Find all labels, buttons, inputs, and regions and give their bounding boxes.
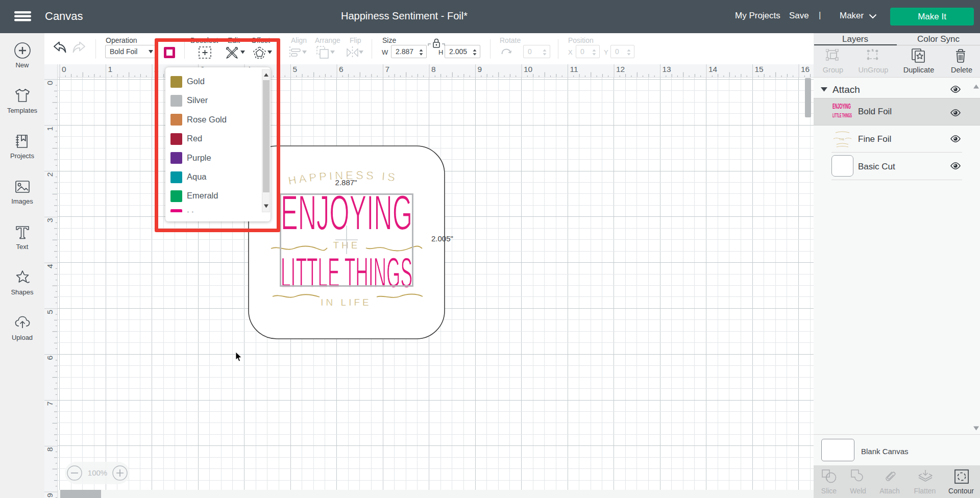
svg-text:14: 14: [708, 65, 718, 73]
svg-text:1: 1: [108, 65, 113, 73]
svg-text:8: 8: [431, 65, 436, 73]
svg-text:9: 9: [45, 493, 54, 497]
svg-text:8: 8: [45, 447, 54, 452]
svg-text:THE: THE: [839, 138, 845, 141]
svg-text:9: 9: [478, 65, 482, 73]
svg-text:10: 10: [524, 65, 533, 73]
svg-text:ENJOYING: ENJOYING: [832, 103, 851, 110]
svg-text:7: 7: [45, 402, 54, 406]
svg-text:11: 11: [570, 65, 578, 73]
svg-text:0: 0: [45, 81, 54, 85]
svg-text:IN LIFE: IN LIFE: [321, 297, 371, 308]
svg-text:13: 13: [663, 65, 671, 73]
svg-text:5: 5: [293, 65, 298, 73]
svg-text:6: 6: [45, 356, 54, 360]
svg-text:7: 7: [385, 65, 390, 73]
svg-text:LITTLE THINGS: LITTLE THINGS: [832, 112, 852, 119]
svg-text:2: 2: [45, 172, 54, 177]
svg-text:5: 5: [45, 310, 54, 314]
svg-text:6: 6: [339, 65, 344, 73]
svg-text:3: 3: [45, 218, 54, 222]
svg-text:12: 12: [616, 65, 625, 73]
svg-text:0: 0: [62, 65, 66, 73]
svg-text:15: 15: [755, 65, 764, 73]
svg-text:4: 4: [45, 264, 54, 268]
svg-text:16: 16: [801, 65, 810, 73]
svg-text:1: 1: [45, 127, 54, 131]
